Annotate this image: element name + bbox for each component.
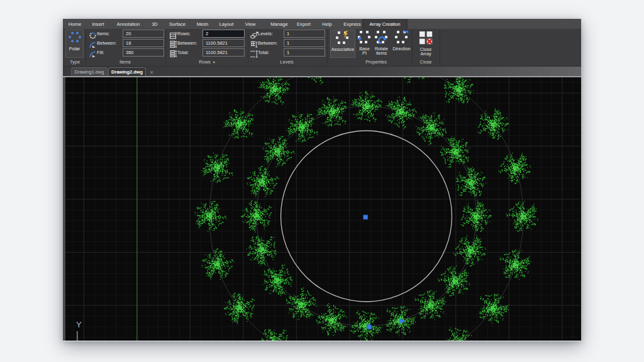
svg-text:Y: Y bbox=[76, 320, 82, 329]
